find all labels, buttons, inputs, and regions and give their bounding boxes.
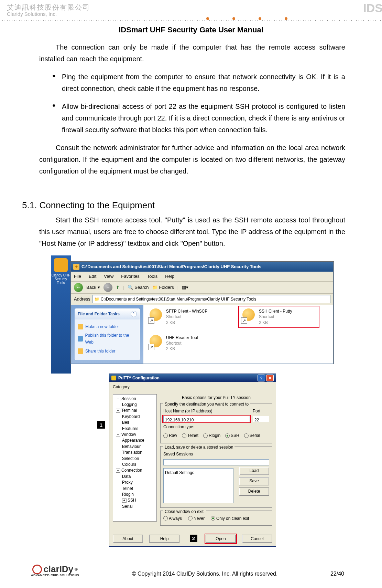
address-folder-icon: 📁 [94, 296, 99, 303]
close-never[interactable]: Never [188, 515, 205, 522]
page-number: 22/40 [330, 571, 344, 577]
paragraph-3: Start the SSH remote access tool. "Putty… [39, 214, 345, 249]
section-heading-5-1: 5.1. Connecting to the Equipment [22, 198, 345, 213]
sessions-group: Load, save or delete a stored session Sa… [160, 446, 272, 507]
bullet-port22: Allow bi-directional access of port 22 a… [39, 101, 345, 136]
putty-titlebar: PuTTY Configuration ? ✕ [109, 374, 276, 382]
destination-group: Specify the destination you want to conn… [160, 403, 272, 443]
session-name-input[interactable] [163, 459, 269, 465]
about-button[interactable]: About [113, 535, 143, 543]
explorer-toolbar: ← Back ▾ → ⬆ | 🔍 Search 📁 Folders | ▦▾ [71, 282, 333, 294]
shortcut-arrow-icon: ↗ [148, 344, 154, 350]
copyright-text: © Copyright 2014 ClarIDy Solutions, Inc.… [79, 571, 330, 577]
task-share[interactable]: Share this folder [78, 348, 137, 355]
putty-category-tree[interactable]: −Session Logging −Terminal Keyboard Bell… [113, 394, 157, 522]
shortcut-arrow-icon: ↗ [148, 317, 154, 324]
address-value: C:\Documents and Settings\test001\Start … [101, 296, 257, 303]
company-name-english: Claridy Solutions, Inc. [7, 11, 57, 17]
explorer-window: ✦ C:\Documents and Settings\test001\Star… [71, 262, 334, 364]
saved-sessions-label: Saved Sessions [163, 451, 193, 458]
cancel-button[interactable]: Cancel [242, 535, 272, 543]
help-window-button[interactable]: ? [258, 375, 265, 381]
desktop-launcher-strip: Claridy UHF Security Tools [51, 255, 71, 374]
paragraph-1: The connection can only be made if the c… [39, 41, 345, 65]
putty-bottom-bar: About Help 2 Open Cancel [109, 532, 276, 546]
claridy-logo: clarIDy® ADVANCED RFID SOLUTIONS [31, 564, 79, 577]
conn-telnet[interactable]: Telnet [182, 432, 198, 439]
panel-title: Basic options for your PuTTY session [160, 394, 272, 401]
conn-serial[interactable]: Serial [244, 432, 260, 439]
destination-legend: Specify the destination you want to conn… [163, 401, 250, 408]
close-clean[interactable]: Only on clean exit [211, 515, 249, 522]
help-button[interactable]: Help [149, 535, 179, 543]
document-title: IDSmart UHF Security Gate User Manual [0, 25, 382, 34]
header-orange-dots [206, 17, 287, 20]
back-button-icon[interactable]: ← [74, 283, 83, 292]
launcher-label: Claridy UHF Security Tools [51, 273, 71, 285]
collapse-icon[interactable]: ˄ [131, 311, 137, 317]
host-label: Host Name (or IP address) [163, 408, 250, 414]
folder-icon: ✦ [73, 264, 79, 270]
file-ssh-putty[interactable]: ↗ SSH Client - Putty Shortcut 2 KB [240, 307, 318, 327]
task-new-folder[interactable]: Make a new folder [78, 323, 137, 330]
address-input[interactable]: 📁 C:\Documents and Settings\test001\Star… [92, 295, 330, 303]
forward-button-icon[interactable]: → [103, 283, 112, 292]
port-input[interactable]: 22 [253, 416, 269, 422]
host-input[interactable]: 192.168.10.210 [163, 416, 250, 422]
conn-ssh[interactable]: SSH [225, 432, 239, 439]
load-button[interactable]: Load [239, 467, 269, 475]
page-footer: clarIDy® ADVANCED RFID SOLUTIONS © Copyr… [0, 564, 382, 577]
close-window-button[interactable]: ✕ [266, 375, 274, 381]
close-always[interactable]: Always [163, 515, 182, 522]
file-sftp-winscp[interactable]: ↗ SFTP Client - WinSCP Shortcut 2 KB [148, 308, 224, 325]
task-publish[interactable]: Publish this folder to the Web [78, 332, 137, 346]
address-label: Address [74, 295, 90, 303]
company-name-chinese: 艾迪訊科技股份有限公司 [7, 3, 90, 12]
menu-view[interactable]: View [104, 273, 113, 280]
menu-edit[interactable]: Edit [89, 273, 96, 280]
explorer-files-pane: ↗ SFTP Client - WinSCP Shortcut 2 KB ↗ S… [143, 305, 333, 364]
connection-type-label: Connection type: [163, 423, 194, 430]
explorer-titlebar: ✦ C:\Documents and Settings\test001\Star… [71, 262, 333, 272]
session-default[interactable]: Default Settings [165, 469, 232, 476]
conn-raw[interactable]: Raw [163, 432, 177, 439]
sessions-listbox[interactable]: Default Settings [163, 468, 233, 503]
menu-file[interactable]: File [74, 273, 81, 280]
close-window-legend: Close window on exit: [163, 508, 206, 515]
paragraph-2: Consult the network administrator for fu… [39, 142, 345, 177]
shortcut-arrow-icon: ↗ [241, 317, 247, 324]
menu-help[interactable]: Help [165, 273, 174, 280]
folders-button[interactable]: 📁 Folders [152, 284, 174, 291]
port-label: Port [253, 408, 269, 414]
delete-button[interactable]: Delete [239, 487, 269, 496]
putty-window: PuTTY Configuration ? ✕ Category: −Sessi… [109, 374, 276, 547]
menu-tools[interactable]: Tools [147, 273, 157, 280]
explorer-menubar: File Edit View Favorites Tools Help [71, 272, 333, 282]
header-divider: · · · · · · · · · · · · · · · · · · · · … [2, 19, 382, 21]
sessions-legend: Load, save or delete a stored session [163, 444, 234, 451]
file-uhf-reader-tool[interactable]: ↗ UHF Reader Tool Shortcut 2 KB [148, 335, 224, 352]
launcher-gear-icon [54, 258, 68, 272]
callout-1: 1 [97, 421, 105, 429]
putty-app-icon [111, 376, 116, 380]
explorer-task-pane: File and Folder Tasks ˄ Make a new folde… [71, 305, 143, 364]
close-window-group: Close window on exit: Always Never Only … [160, 511, 272, 526]
corner-logo: IDS [363, 1, 382, 15]
explorer-addressbar: Address 📁 C:\Documents and Settings\test… [71, 294, 333, 305]
explorer-title-text: C:\Documents and Settings\test001\Start … [81, 263, 261, 271]
back-button[interactable]: Back ▾ [86, 284, 100, 291]
logo-ring-icon [32, 565, 42, 574]
bullet-ping: Ping the equipment from the computer to … [39, 71, 345, 94]
category-label: Category: [109, 382, 276, 390]
open-button[interactable]: Open [206, 535, 236, 543]
search-button[interactable]: 🔍 Search [128, 284, 149, 291]
putty-title-text: PuTTY Configuration [118, 375, 160, 381]
callout-2: 2 [190, 535, 197, 542]
conn-rlogin[interactable]: Rlogin [203, 432, 220, 439]
up-button-icon[interactable]: ⬆ [116, 284, 120, 291]
menu-favorites[interactable]: Favorites [121, 273, 139, 280]
views-button-icon[interactable]: ▦▾ [182, 284, 188, 291]
tasks-title: File and Folder Tasks [78, 311, 120, 317]
save-button[interactable]: Save [239, 477, 269, 485]
